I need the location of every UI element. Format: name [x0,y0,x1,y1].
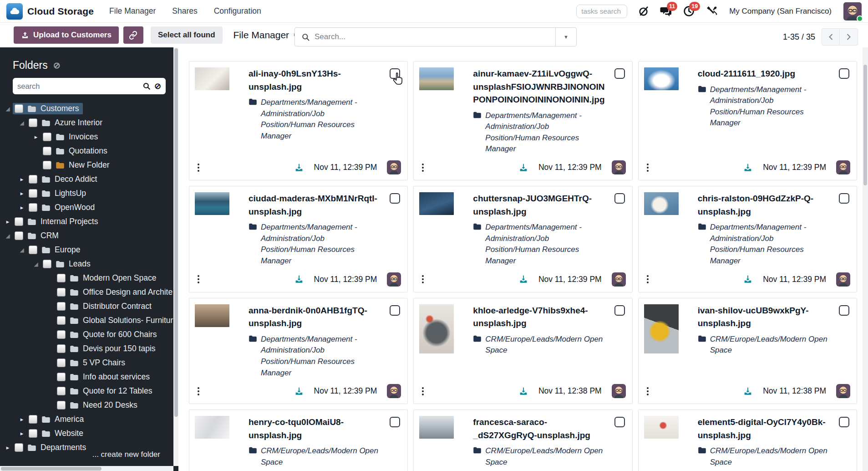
kebab-menu-icon[interactable] [195,163,202,173]
file-name[interactable]: chuttersnap-JUO3MGEHTrQ-unsplash.jpg [473,192,605,218]
tree-checkbox[interactable] [29,189,37,198]
tree-checkbox[interactable] [57,316,66,325]
file-checkbox[interactable] [839,68,849,79]
download-icon[interactable] [743,163,753,173]
share-link-button[interactable] [123,26,143,44]
tree-expander-icon[interactable]: ◢ [17,120,27,126]
sync-icon[interactable] [636,5,650,18]
tree-item-label[interactable]: Departments [41,443,86,452]
kebab-menu-icon[interactable] [644,386,651,396]
sidebar-horizontal-scrollbar[interactable] [0,466,173,471]
tree-checkbox[interactable] [57,373,66,381]
file-breadcrumb[interactable]: Departments/Management - Administration/… [249,222,381,267]
tree-item-label[interactable]: Internal Projects [41,217,98,226]
file-thumbnail[interactable] [195,67,229,142]
tree-item-label[interactable]: Distributor Contract [83,302,152,311]
tree-checkbox[interactable] [29,175,37,184]
tree-item-label[interactable]: Need 20 Desks [83,400,137,410]
tree-expander-icon[interactable]: ▸ [17,416,27,423]
tree-checkbox[interactable] [57,274,66,282]
sidebar-vertical-scrollbar[interactable] [173,47,178,466]
file-name[interactable]: ainur-kamaev-Z11iLvOggwQ-unsplashFSIOJWN… [473,67,605,107]
tools-icon[interactable] [705,5,718,18]
file-breadcrumb[interactable]: CRM/Europe/Leads/Modern Open Space [698,334,830,356]
tree-checkbox[interactable] [43,133,51,141]
tree-item-label[interactable]: Azure Interior [55,118,102,128]
tree-checkbox[interactable] [43,147,51,155]
file-name[interactable]: element5-digital-OyCl7Y4y0Bk-unsplash.jp… [698,416,830,442]
file-checkbox[interactable] [390,68,400,79]
file-thumbnail[interactable] [419,304,454,356]
tree-checkbox[interactable] [57,344,66,353]
tree-expander-icon[interactable]: ◢ [3,106,13,112]
file-checkbox[interactable] [390,305,400,316]
file-name[interactable]: henry-co-tqu0IOMaiU8-unsplash.jpg [249,416,381,442]
tree-checkbox[interactable] [43,161,51,169]
tree-item-label[interactable]: Modern Open Space [83,273,157,283]
file-name[interactable]: ali-inay-0h9LsnY13Hs-unsplash.jpg [249,67,381,93]
company-switcher[interactable]: My Company (San Francisco) [729,7,832,16]
file-thumbnail[interactable] [195,416,229,468]
tree-item-label[interactable]: Customers [41,104,79,113]
tree-checkbox[interactable] [29,429,37,438]
tree-checkbox[interactable] [29,203,37,212]
pager-previous-button[interactable] [822,28,840,46]
kebab-menu-icon[interactable] [644,274,651,284]
tree-item-label[interactable]: LightsUp [55,189,86,198]
tree-item-label[interactable]: Website [55,429,83,438]
tree-checkbox[interactable] [57,401,66,410]
download-icon[interactable] [518,163,528,173]
upload-button[interactable]: Upload to Customers [14,26,119,44]
file-breadcrumb[interactable]: Departments/Management - Administration/… [249,334,381,379]
tree-checkbox[interactable] [29,118,37,127]
app-logo[interactable] [6,3,23,20]
create-new-folder-link[interactable]: ... create new folder [92,450,160,459]
file-thumbnail[interactable] [195,304,229,379]
tree-expander-icon[interactable]: ▸ [3,444,13,451]
file-breadcrumb[interactable]: CRM/Europe/Leads/Modern Open Space [473,334,605,356]
file-breadcrumb[interactable]: CRM/Europe/Leads/Modern Open Space [473,445,605,468]
download-icon[interactable] [294,274,304,284]
file-thumbnail[interactable] [644,67,679,129]
activities-clock-icon[interactable]: 19 [682,5,695,18]
tree-checkbox[interactable] [15,104,23,113]
main-vertical-scrollbar[interactable] [863,47,868,471]
tree-item-label[interactable]: Deco Addict [55,174,97,184]
file-breadcrumb[interactable]: Departments/Management - Administration/… [473,222,605,267]
kebab-menu-icon[interactable] [644,163,651,173]
menu-shares[interactable]: Shares [172,6,197,16]
tree-expander-icon[interactable]: ◢ [31,261,41,267]
tree-checkbox[interactable] [57,302,66,311]
file-name[interactable]: anna-berdnik-0n0AHB1fgTQ-unsplash.jpg [249,304,381,330]
kebab-menu-icon[interactable] [195,274,202,284]
download-icon[interactable] [518,274,528,284]
tree-item-label[interactable]: OpenWood [55,203,95,212]
menu-file-manager[interactable]: File Manager [109,6,156,16]
tree-item-label[interactable]: Office Design and Archite [83,287,173,297]
tree-item-label[interactable]: Global Solutions- Furnitur [83,316,173,325]
file-checkbox[interactable] [390,193,400,204]
file-name[interactable]: ciudad-maderas-MXbM1NrRqtI-unsplash.jpg [249,192,381,218]
search-input[interactable] [315,32,555,41]
file-thumbnail[interactable] [644,192,679,267]
tree-item-label[interactable]: Leads [69,259,91,269]
tree-expander-icon[interactable]: ▸ [17,190,27,197]
tree-item-label[interactable]: New Folder [69,160,109,170]
download-icon[interactable] [294,163,304,173]
file-breadcrumb[interactable]: CRM/Europe/Leads/Modern Open Space [249,445,381,468]
tree-expander-icon[interactable]: ▸ [3,218,13,225]
tree-expander-icon[interactable]: ▸ [17,176,27,183]
folder-search-clear-icon[interactable]: ⊘ [154,81,161,91]
file-checkbox[interactable] [614,193,625,204]
tree-item-label[interactable]: Devis pour 150 tapis [83,344,156,353]
tree-item-label[interactable]: 5 VP Chairs [83,358,125,368]
tree-expander-icon[interactable]: ▸ [17,204,27,211]
tree-item-label[interactable]: CRM [41,231,59,241]
download-icon[interactable] [743,386,753,396]
file-breadcrumb[interactable]: Departments/Management - Administration/… [249,97,381,142]
kebab-menu-icon[interactable] [419,274,426,284]
download-icon[interactable] [294,386,304,396]
file-thumbnail[interactable] [195,192,229,267]
messages-icon[interactable]: 11 [659,5,673,18]
tree-checkbox[interactable] [57,288,66,297]
